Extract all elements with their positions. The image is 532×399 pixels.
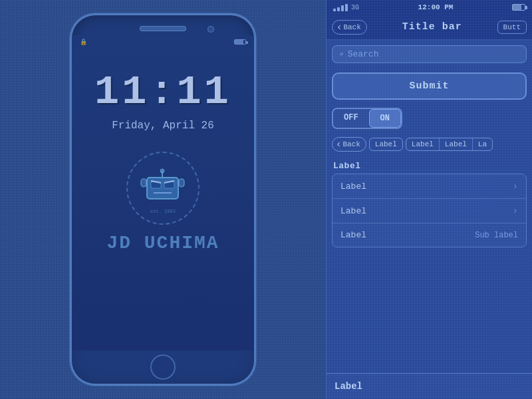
svg-rect-2 (141, 179, 146, 187)
search-placeholder: Search (348, 49, 379, 59)
tab-section: Back Label Label Label La (327, 133, 532, 156)
toggle-on-option[interactable]: ON (369, 109, 401, 128)
iphone-battery (234, 39, 246, 45)
brand-label: JD UCHIMA (106, 233, 219, 253)
nav-right-button[interactable]: Butt (497, 21, 527, 34)
tab-group: Label Label La (406, 138, 493, 151)
list-item-label-3: Label (340, 230, 366, 240)
search-bar-section: ⌕ Search (327, 40, 532, 68)
tab-label-button[interactable]: Label (369, 138, 403, 151)
iphone-volume-up-button (70, 108, 71, 132)
iphone-date: Friday, April 26 (112, 120, 214, 132)
list-item-sublabel-3: Sub label (475, 231, 518, 240)
svg-point-1 (160, 169, 164, 173)
robot-container: JD UCHIMA (106, 152, 219, 253)
signal-bar-4 (345, 4, 348, 11)
iphone-volume-down-button (70, 138, 71, 162)
iphone-home-area (72, 350, 254, 384)
signal-bar-1 (333, 9, 336, 11)
search-bar[interactable]: ⌕ Search (332, 45, 527, 63)
list-item[interactable]: Label Sub label (332, 223, 526, 247)
toggle-section: OFF ON (327, 104, 532, 133)
nav-back-button[interactable]: Back (332, 20, 367, 35)
signal-bars: 3G (333, 3, 359, 11)
list-item[interactable]: Label › (332, 174, 526, 199)
chevron-right-icon-1: › (513, 181, 518, 192)
status-battery (512, 4, 525, 11)
navigation-bar: Back Title bar Butt (327, 15, 532, 40)
list-section: Label Label › Label › Label Sub label (327, 156, 532, 372)
signal-bar-2 (337, 7, 340, 11)
list-section-label: Label (332, 158, 527, 174)
search-icon: ⌕ (339, 50, 344, 59)
svg-rect-3 (179, 179, 184, 187)
status-time: 12:00 PM (418, 3, 454, 11)
tab-group-item-2[interactable]: Label (440, 138, 473, 150)
chevron-right-icon-2: › (513, 205, 518, 216)
tab-group-item-3[interactable]: La (473, 138, 492, 150)
bottom-label: Label (334, 381, 362, 392)
list-item-label-1: Label (340, 182, 366, 192)
toggle-control: OFF ON (332, 108, 402, 129)
toggle-off-option[interactable]: OFF (333, 109, 369, 128)
iphone-home-button[interactable] (150, 354, 176, 380)
submit-section: Submit (327, 68, 532, 104)
list-container: Label › Label › Label Sub label (332, 174, 527, 247)
iphone-screen: 11:11 Friday, April 26 (72, 49, 254, 350)
iphone-frame: 🔒 11:11 Friday, April 26 (70, 13, 256, 386)
lock-icon: 🔒 (80, 39, 87, 46)
iphone-mute-button (70, 82, 71, 98)
bottom-section: Label (327, 373, 532, 399)
iphone-time: 11:11 (94, 68, 231, 116)
iphone-speaker (140, 26, 186, 31)
battery-fill (513, 5, 522, 10)
iphone-camera (207, 26, 214, 33)
list-item-label-2: Label (340, 206, 366, 216)
signal-bar-3 (341, 5, 344, 11)
left-panel: 🔒 11:11 Friday, April 26 (0, 0, 326, 399)
iphone-power-button (255, 95, 256, 132)
submit-button[interactable]: Submit (332, 72, 527, 100)
signal-type-label: 3G (351, 4, 359, 11)
status-bar: 3G 12:00 PM (327, 0, 532, 15)
nav-title: Title bar (402, 21, 462, 33)
battery-icon (512, 4, 525, 11)
robot-icon (138, 168, 188, 208)
tab-group-item-1[interactable]: Label (406, 138, 440, 150)
robot-circle (126, 152, 200, 225)
list-item[interactable]: Label › (332, 199, 526, 223)
iphone-status-bar: 🔒 (72, 35, 254, 49)
tab-back-button[interactable]: Back (332, 137, 366, 152)
right-panel: 3G 12:00 PM Back Title bar Butt ⌕ Search… (326, 0, 532, 399)
